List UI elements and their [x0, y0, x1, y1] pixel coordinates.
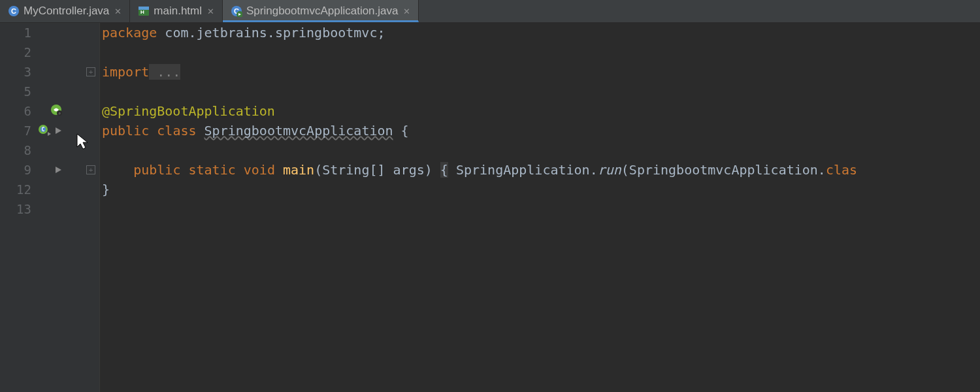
line-number: 3	[0, 65, 31, 79]
line-number: 5	[0, 84, 31, 99]
line-number: 12	[0, 182, 31, 197]
tab-label: MyController.java	[24, 5, 109, 18]
svg-text:H: H	[140, 9, 144, 15]
close-icon[interactable]: ✕	[207, 7, 214, 16]
code-line	[99, 199, 980, 219]
editor: 1 2 3+ 5 6⌕ 7C 8 9+ 12 13 package com.je…	[0, 23, 980, 392]
run-gutter-icon[interactable]	[54, 163, 63, 177]
line-number: 9	[0, 163, 31, 177]
tab-mainhtml[interactable]: H main.html ✕	[130, 0, 223, 22]
fold-expand-icon[interactable]: +	[86, 165, 95, 174]
run-class-icon[interactable]: C	[38, 123, 51, 139]
close-icon[interactable]: ✕	[114, 7, 122, 16]
java-class-icon: C	[8, 5, 20, 17]
line-number: 6	[0, 104, 31, 118]
line-number: 1	[0, 25, 31, 40]
run-gutter-icon[interactable]	[54, 123, 63, 138]
code-line: public class SpringbootmvcApplication {	[99, 121, 980, 140]
code-line	[99, 42, 980, 62]
line-number: 7	[0, 123, 31, 138]
svg-text:⌕: ⌕	[58, 111, 61, 116]
spring-bean-icon[interactable]: ⌕	[50, 103, 63, 119]
code-line: }	[99, 180, 980, 199]
svg-marker-15	[48, 132, 51, 136]
fold-expand-icon[interactable]: +	[86, 67, 95, 76]
tab-springbootapp[interactable]: C SpringbootmvcApplication.java ✕	[223, 0, 419, 22]
java-run-class-icon: C	[231, 5, 242, 17]
code-line	[99, 82, 980, 101]
line-number: 8	[0, 143, 31, 157]
tab-bar: C MyController.java ✕ H main.html ✕ C Sp…	[0, 0, 980, 23]
svg-text:C: C	[11, 7, 16, 15]
code-line: import ...	[99, 62, 980, 82]
close-icon[interactable]: ✕	[403, 7, 410, 16]
tab-label: SpringbootmvcApplication.java	[246, 5, 398, 18]
svg-marker-16	[56, 127, 61, 134]
code-line: @SpringBootApplication	[99, 101, 980, 121]
line-number: 13	[0, 202, 31, 216]
html-file-icon: H	[138, 5, 150, 17]
svg-text:C: C	[42, 127, 45, 133]
tab-mycontroller[interactable]: C MyController.java ✕	[0, 0, 130, 22]
code-line: package com.jetbrains.springbootmvc;	[99, 23, 980, 42]
line-number: 2	[0, 45, 31, 59]
svg-marker-17	[56, 167, 61, 173]
code-area[interactable]: package com.jetbrains.springbootmvc; imp…	[99, 23, 980, 392]
gutter: 1 2 3+ 5 6⌕ 7C 8 9+ 12 13	[0, 23, 99, 392]
code-line	[99, 140, 980, 160]
code-line: public static void main(String[] args) {…	[99, 160, 980, 180]
tab-label: main.html	[154, 5, 202, 18]
